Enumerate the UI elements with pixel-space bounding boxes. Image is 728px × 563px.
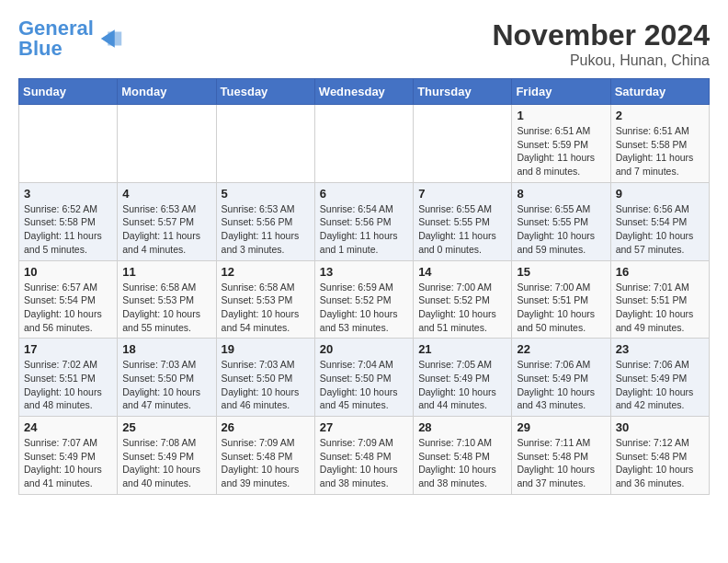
day-number: 25 xyxy=(122,420,210,434)
day-cell: 16Sunrise: 7:01 AM Sunset: 5:51 PM Dayli… xyxy=(610,260,709,339)
day-info: Sunrise: 7:06 AM Sunset: 5:49 PM Dayligh… xyxy=(517,358,605,412)
header-friday: Friday xyxy=(512,79,610,105)
day-info: Sunrise: 7:00 AM Sunset: 5:52 PM Dayligh… xyxy=(418,281,506,335)
day-number: 29 xyxy=(517,420,605,434)
day-info: Sunrise: 6:59 AM Sunset: 5:52 PM Dayligh… xyxy=(320,281,408,335)
day-cell: 11Sunrise: 6:58 AM Sunset: 5:53 PM Dayli… xyxy=(118,260,216,339)
logo: General Blue xyxy=(18,18,125,59)
day-info: Sunrise: 6:56 AM Sunset: 5:54 PM Dayligh… xyxy=(616,202,704,257)
day-cell: 23Sunrise: 7:06 AM Sunset: 5:49 PM Dayli… xyxy=(610,339,709,417)
header-thursday: Thursday xyxy=(414,79,512,105)
logo-text: General Blue xyxy=(18,18,94,59)
day-cell: 14Sunrise: 7:00 AM Sunset: 5:52 PM Dayli… xyxy=(414,260,512,339)
day-cell: 27Sunrise: 7:09 AM Sunset: 5:48 PM Dayli… xyxy=(314,417,413,495)
day-cell: 13Sunrise: 6:59 AM Sunset: 5:52 PM Dayli… xyxy=(314,260,413,339)
day-info: Sunrise: 7:05 AM Sunset: 5:49 PM Dayligh… xyxy=(418,358,506,412)
day-number: 4 xyxy=(122,187,210,201)
day-info: Sunrise: 7:08 AM Sunset: 5:49 PM Dayligh… xyxy=(122,436,210,490)
day-number: 27 xyxy=(320,420,408,434)
day-info: Sunrise: 7:11 AM Sunset: 5:48 PM Dayligh… xyxy=(517,436,605,490)
day-number: 12 xyxy=(222,265,310,279)
day-info: Sunrise: 6:58 AM Sunset: 5:53 PM Dayligh… xyxy=(222,281,310,335)
day-info: Sunrise: 7:03 AM Sunset: 5:50 PM Dayligh… xyxy=(222,358,310,412)
day-number: 23 xyxy=(616,342,704,356)
day-cell: 26Sunrise: 7:09 AM Sunset: 5:48 PM Dayli… xyxy=(216,417,314,495)
day-cell: 30Sunrise: 7:12 AM Sunset: 5:48 PM Dayli… xyxy=(610,417,709,495)
day-number: 18 xyxy=(122,342,210,356)
day-cell: 8Sunrise: 6:55 AM Sunset: 5:55 PM Daylig… xyxy=(512,182,610,260)
day-cell: 22Sunrise: 7:06 AM Sunset: 5:49 PM Dayli… xyxy=(512,339,610,417)
day-cell xyxy=(216,105,314,183)
day-number: 21 xyxy=(418,342,506,356)
day-number: 11 xyxy=(122,265,210,279)
day-info: Sunrise: 6:54 AM Sunset: 5:56 PM Dayligh… xyxy=(320,202,408,257)
week-row-0: 1Sunrise: 6:51 AM Sunset: 5:59 PM Daylig… xyxy=(19,105,710,183)
day-cell xyxy=(414,105,512,183)
day-cell xyxy=(314,105,413,183)
day-number: 2 xyxy=(616,109,704,122)
day-info: Sunrise: 6:55 AM Sunset: 5:55 PM Dayligh… xyxy=(517,202,605,257)
day-info: Sunrise: 7:09 AM Sunset: 5:48 PM Dayligh… xyxy=(320,436,408,490)
day-info: Sunrise: 7:03 AM Sunset: 5:50 PM Dayligh… xyxy=(122,358,210,412)
day-number: 8 xyxy=(517,187,605,201)
header-monday: Monday xyxy=(118,79,216,105)
day-number: 28 xyxy=(418,420,506,434)
day-info: Sunrise: 6:58 AM Sunset: 5:53 PM Dayligh… xyxy=(122,281,210,335)
logo-icon xyxy=(97,25,125,52)
day-cell: 7Sunrise: 6:55 AM Sunset: 5:55 PM Daylig… xyxy=(414,182,512,260)
day-number: 19 xyxy=(222,342,310,356)
week-row-3: 17Sunrise: 7:02 AM Sunset: 5:51 PM Dayli… xyxy=(19,339,710,417)
header-tuesday: Tuesday xyxy=(216,79,314,105)
month-title: November 2024 xyxy=(492,18,710,52)
day-number: 30 xyxy=(616,420,704,434)
day-number: 6 xyxy=(320,187,408,201)
day-info: Sunrise: 6:55 AM Sunset: 5:55 PM Dayligh… xyxy=(418,202,506,257)
day-number: 13 xyxy=(320,265,408,279)
day-number: 1 xyxy=(517,109,605,122)
day-cell: 17Sunrise: 7:02 AM Sunset: 5:51 PM Dayli… xyxy=(19,339,118,417)
day-number: 20 xyxy=(320,342,408,356)
day-info: Sunrise: 6:53 AM Sunset: 5:56 PM Dayligh… xyxy=(222,202,310,257)
day-info: Sunrise: 6:53 AM Sunset: 5:57 PM Dayligh… xyxy=(122,202,210,257)
day-info: Sunrise: 7:06 AM Sunset: 5:49 PM Dayligh… xyxy=(616,358,704,412)
calendar-table: SundayMondayTuesdayWednesdayThursdayFrid… xyxy=(18,78,710,495)
day-info: Sunrise: 7:00 AM Sunset: 5:51 PM Dayligh… xyxy=(517,281,605,335)
day-cell: 5Sunrise: 6:53 AM Sunset: 5:56 PM Daylig… xyxy=(216,182,314,260)
day-cell: 21Sunrise: 7:05 AM Sunset: 5:49 PM Dayli… xyxy=(414,339,512,417)
day-info: Sunrise: 6:51 AM Sunset: 5:58 PM Dayligh… xyxy=(616,124,704,178)
day-number: 16 xyxy=(616,265,704,279)
day-cell: 25Sunrise: 7:08 AM Sunset: 5:49 PM Dayli… xyxy=(118,417,216,495)
header-wednesday: Wednesday xyxy=(314,79,413,105)
header-saturday: Saturday xyxy=(610,79,709,105)
day-info: Sunrise: 7:04 AM Sunset: 5:50 PM Dayligh… xyxy=(320,358,408,412)
week-row-1: 3Sunrise: 6:52 AM Sunset: 5:58 PM Daylig… xyxy=(19,182,710,260)
day-info: Sunrise: 6:57 AM Sunset: 5:54 PM Dayligh… xyxy=(24,281,112,335)
day-cell: 20Sunrise: 7:04 AM Sunset: 5:50 PM Dayli… xyxy=(314,339,413,417)
day-cell: 9Sunrise: 6:56 AM Sunset: 5:54 PM Daylig… xyxy=(610,182,709,260)
day-cell xyxy=(118,105,216,183)
day-cell: 12Sunrise: 6:58 AM Sunset: 5:53 PM Dayli… xyxy=(216,260,314,339)
day-cell: 1Sunrise: 6:51 AM Sunset: 5:59 PM Daylig… xyxy=(512,105,610,183)
day-number: 9 xyxy=(616,187,704,201)
day-cell: 28Sunrise: 7:10 AM Sunset: 5:48 PM Dayli… xyxy=(414,417,512,495)
day-info: Sunrise: 7:07 AM Sunset: 5:49 PM Dayligh… xyxy=(24,436,112,490)
location: Pukou, Hunan, China xyxy=(492,52,710,69)
day-number: 7 xyxy=(418,187,506,201)
day-info: Sunrise: 7:09 AM Sunset: 5:48 PM Dayligh… xyxy=(222,436,310,490)
day-info: Sunrise: 7:02 AM Sunset: 5:51 PM Dayligh… xyxy=(24,358,112,412)
day-cell: 4Sunrise: 6:53 AM Sunset: 5:57 PM Daylig… xyxy=(118,182,216,260)
day-cell: 6Sunrise: 6:54 AM Sunset: 5:56 PM Daylig… xyxy=(314,182,413,260)
day-cell: 24Sunrise: 7:07 AM Sunset: 5:49 PM Dayli… xyxy=(19,417,118,495)
day-cell: 3Sunrise: 6:52 AM Sunset: 5:58 PM Daylig… xyxy=(19,182,118,260)
day-info: Sunrise: 6:52 AM Sunset: 5:58 PM Dayligh… xyxy=(24,202,112,257)
day-info: Sunrise: 7:12 AM Sunset: 5:48 PM Dayligh… xyxy=(616,436,704,490)
week-row-4: 24Sunrise: 7:07 AM Sunset: 5:49 PM Dayli… xyxy=(19,417,710,495)
week-row-2: 10Sunrise: 6:57 AM Sunset: 5:54 PM Dayli… xyxy=(19,260,710,339)
calendar-body: 1Sunrise: 6:51 AM Sunset: 5:59 PM Daylig… xyxy=(19,105,710,495)
day-info: Sunrise: 6:51 AM Sunset: 5:59 PM Dayligh… xyxy=(517,124,605,178)
day-info: Sunrise: 7:01 AM Sunset: 5:51 PM Dayligh… xyxy=(616,281,704,335)
day-cell: 2Sunrise: 6:51 AM Sunset: 5:58 PM Daylig… xyxy=(610,105,709,183)
calendar-header: SundayMondayTuesdayWednesdayThursdayFrid… xyxy=(19,79,710,105)
day-cell: 19Sunrise: 7:03 AM Sunset: 5:50 PM Dayli… xyxy=(216,339,314,417)
day-number: 22 xyxy=(517,342,605,356)
